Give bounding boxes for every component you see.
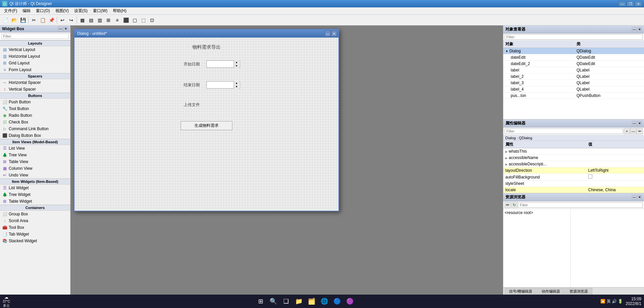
prop-row-stylesheet[interactable]: styleSheet <box>503 181 644 187</box>
tab-signal-slot[interactable]: 信号/槽编辑器 <box>505 288 537 295</box>
wb-item-command-link-button[interactable]: ▷ Command Link Button <box>0 125 70 132</box>
restore-button[interactable]: ❐ <box>627 1 634 6</box>
wb-filter-input[interactable] <box>1 34 69 39</box>
prop-edit-btn[interactable]: ✏ <box>637 128 643 134</box>
wb-item-tool-box[interactable]: 🧰 Tool Box <box>0 224 70 231</box>
prop-row-accessible-name[interactable]: ▶accessibleName <box>503 155 644 161</box>
toolbar-widget7[interactable]: ▢ <box>131 16 139 24</box>
canvas-area[interactable]: Dialog - untitled* — ✕ 物料需求导出 开始日期 2000/… <box>71 25 503 295</box>
toolbar-widget8[interactable]: ⬚ <box>139 16 147 24</box>
prop-cell-stylesheet-value[interactable] <box>586 181 644 187</box>
prop-filter-input[interactable] <box>505 129 623 134</box>
wb-item-push-button[interactable]: ⬜ Push Button <box>0 99 70 105</box>
app1-button[interactable]: 🔵 <box>332 296 342 307</box>
obj-row-label-2[interactable]: label_2 QLabel <box>503 73 644 80</box>
autofill-checkbox[interactable] <box>588 174 592 178</box>
task-view-button[interactable]: ❑ <box>281 296 291 307</box>
start-date-field[interactable]: 2000/1/1 <box>207 62 234 66</box>
wb-item-dialog-button-box[interactable]: ⬛ Dialog Button Box <box>0 132 70 139</box>
toolbar-new[interactable]: 📄 <box>1 16 9 24</box>
end-date-input[interactable]: 2000/1/1 ▲ ▼ <box>206 81 240 89</box>
prop-cell-accessible-desc-value[interactable] <box>586 161 644 167</box>
resource-refresh-btn[interactable]: ↻ <box>511 202 517 208</box>
files-button[interactable]: 🗂️ <box>306 296 317 307</box>
wb-item-form-layout[interactable]: ≡ Form Layout <box>0 66 70 73</box>
wb-item-tree-view[interactable]: 🌲 Tree View <box>0 152 70 158</box>
minimize-button[interactable]: — <box>618 1 626 6</box>
menu-edit[interactable]: 编辑 <box>20 7 33 14</box>
widget-box-close[interactable]: ✕ <box>63 27 68 31</box>
menu-file[interactable]: 文件(F) <box>1 7 20 14</box>
tab-resource-browser[interactable]: 资源浏览器 <box>565 288 592 295</box>
menu-window-o[interactable]: 窗口(O) <box>33 7 52 14</box>
toolbar-redo[interactable]: ↪ <box>67 16 75 24</box>
prop-row-accessible-desc[interactable]: ▶accessibleDescripti... <box>503 161 644 167</box>
search-button[interactable]: 🔍 <box>268 296 279 307</box>
prop-cell-whatsthis-value[interactable] <box>586 148 644 155</box>
dialog-close[interactable]: ✕ <box>331 31 337 37</box>
obj-row-label[interactable]: label QLabel <box>503 67 644 73</box>
wb-item-tool-button[interactable]: 🔧 Tool Button <box>0 105 70 112</box>
dialog-body[interactable]: 物料需求导出 开始日期 2000/1/1 ▲ ▼ 结束日期 <box>75 38 338 211</box>
resource-browser-pin[interactable]: — <box>632 195 637 200</box>
end-date-up[interactable]: ▲ <box>234 81 239 85</box>
generate-button[interactable]: 生成物料需求 <box>181 121 232 130</box>
wb-item-vertical-layout[interactable]: ▤ Vertical Layout <box>0 46 70 53</box>
prop-editor-close[interactable]: ✕ <box>637 121 642 126</box>
prop-add-btn[interactable]: + <box>624 128 630 134</box>
wb-item-list-widget[interactable]: ☰ List Widget <box>0 185 70 191</box>
wb-item-stacked-widget[interactable]: 📚 Stacked Widget <box>0 238 70 244</box>
toolbar-widget4[interactable]: ⊞ <box>104 16 112 24</box>
tab-action-editor[interactable]: 动作编辑器 <box>537 288 564 295</box>
obj-viewer-pin[interactable]: — <box>632 27 637 32</box>
obj-row-date-edit-2[interactable]: dateEdit_2 QDateEdit <box>503 61 644 67</box>
widget-box-pin[interactable]: — <box>58 27 63 31</box>
toolbar-widget5[interactable]: ≡ <box>113 16 121 24</box>
edge-button[interactable]: 🌐 <box>319 296 330 307</box>
menu-view[interactable]: 视图(V) <box>53 7 72 14</box>
prop-row-locale[interactable]: locale Chinese, China <box>503 187 644 193</box>
obj-row-label-4[interactable]: label_4 QLabel <box>503 86 644 93</box>
wb-item-table-widget[interactable]: ⊞ Table Widget <box>0 198 70 205</box>
obj-row-dialog[interactable]: ▼Dialog QDialog <box>503 48 644 54</box>
wb-item-vertical-spacer[interactable]: ↕ Vertical Spacer <box>0 86 70 93</box>
prop-cell-autofill-value[interactable] <box>586 174 644 181</box>
wb-item-radio-button[interactable]: ◉ Radio Button <box>0 112 70 119</box>
toolbar-paste[interactable]: 📌 <box>47 16 55 24</box>
obj-row-date-edit[interactable]: dateEdit QDateEdit <box>503 54 644 61</box>
toolbar-widget6[interactable]: ⬛ <box>122 16 130 24</box>
end-date-field[interactable]: 2000/1/1 <box>207 83 234 87</box>
toolbar-widget9[interactable]: ⊡ <box>148 16 156 24</box>
prop-editor-pin[interactable]: — <box>632 121 637 126</box>
wb-item-check-box[interactable]: ☑ Check Box <box>0 119 70 125</box>
toolbar-cut[interactable]: ✂ <box>30 16 38 24</box>
menu-window-w[interactable]: 窗口(W) <box>90 7 110 14</box>
wb-item-tab-widget[interactable]: 📑 Tab Widget <box>0 231 70 238</box>
close-button[interactable]: ✕ <box>635 1 642 6</box>
start-button[interactable]: ⊞ <box>255 296 266 307</box>
toolbar-undo[interactable]: ↩ <box>58 16 66 24</box>
toolbar-widget1[interactable]: ▦ <box>78 16 86 24</box>
prop-cell-accessible-name-value[interactable] <box>586 155 644 161</box>
wb-item-column-view[interactable]: ▦ Column View <box>0 165 70 172</box>
wb-item-horizontal-layout[interactable]: ▥ Horizontal Layout <box>0 53 70 60</box>
wb-item-group-box[interactable]: ⬜ Group Box <box>0 211 70 217</box>
wb-item-list-view[interactable]: ☰ List View <box>0 145 70 152</box>
obj-row-label-3[interactable]: label_3 QLabel <box>503 80 644 86</box>
resource-filter-input[interactable] <box>518 202 643 208</box>
end-date-down[interactable]: ▼ <box>234 85 239 89</box>
obj-viewer-close[interactable]: ✕ <box>637 27 642 32</box>
wb-item-horizontal-spacer[interactable]: ↔ Horizontal Spacer <box>0 79 70 86</box>
toolbar-widget2[interactable]: ▤ <box>87 16 95 24</box>
toolbar-copy[interactable]: 📋 <box>39 16 47 24</box>
start-date-up[interactable]: ▲ <box>234 60 239 64</box>
app2-button[interactable]: 🟣 <box>344 296 355 307</box>
obj-filter-input[interactable] <box>505 34 643 40</box>
wb-item-grid-layout[interactable]: ⊞ Grid Layout <box>0 60 70 66</box>
prop-row-whatsthis[interactable]: ▶whatsThis <box>503 148 644 155</box>
wb-item-scroll-area[interactable]: ↕ Scroll Area <box>0 217 70 224</box>
start-date-down[interactable]: ▼ <box>234 64 239 68</box>
prop-row-layout-direction[interactable]: layoutDirection LeftToRight <box>503 167 644 174</box>
prop-sub-btn[interactable]: — <box>630 128 636 134</box>
toolbar-widget3[interactable]: ▥ <box>96 16 104 24</box>
